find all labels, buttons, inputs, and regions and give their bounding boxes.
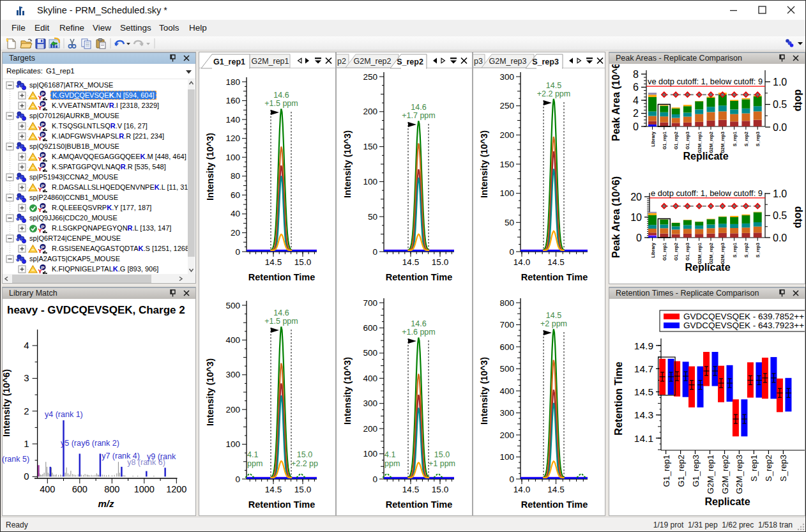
svg-text:Intensity (10^3): Intensity (10^3) xyxy=(342,357,353,425)
svg-text:G2M_rep1: G2M_rep1 xyxy=(706,455,715,494)
svg-text:250: 250 xyxy=(499,101,514,110)
svg-text:15.0: 15.0 xyxy=(434,450,450,459)
svg-text:G2M_rep3: G2M_rep3 xyxy=(720,243,726,264)
svg-text:S_rep2: S_rep2 xyxy=(397,57,423,66)
svg-text:Y: Y xyxy=(38,186,42,193)
svg-text:60: 60 xyxy=(231,190,240,200)
svg-text:1: 1 xyxy=(24,438,29,449)
svg-text:Retention Time: Retention Time xyxy=(386,499,452,510)
svg-text:0: 0 xyxy=(235,247,240,257)
svg-text:Y: Y xyxy=(38,206,42,213)
svg-text:3: 3 xyxy=(24,372,29,383)
svg-text:G2M_rep3: G2M_rep3 xyxy=(720,132,726,153)
svg-text:200: 200 xyxy=(499,430,514,440)
svg-text:50: 50 xyxy=(368,212,377,222)
svg-text:ve dotp cutoff: 1, below cutof: ve dotp cutoff: 1, below cutoff: 9 xyxy=(648,77,763,86)
svg-text:300: 300 xyxy=(499,408,514,418)
svg-text:Peak Area (10^6): Peak Area (10^6) xyxy=(611,176,621,258)
svg-text:0.5: 0.5 xyxy=(773,99,787,110)
svg-text:100: 100 xyxy=(363,449,377,459)
svg-text:S_rep3: S_rep3 xyxy=(779,455,788,482)
svg-text:G1_rep2: G1_rep2 xyxy=(674,243,679,261)
svg-text:400: 400 xyxy=(363,374,377,383)
svg-text:400: 400 xyxy=(225,335,240,345)
svg-text:400: 400 xyxy=(499,386,514,396)
svg-text:100: 100 xyxy=(499,452,514,462)
svg-text:+1.7 ppm: +1.7 ppm xyxy=(402,111,435,120)
svg-text:14.0: 14.0 xyxy=(513,257,530,267)
svg-text:40: 40 xyxy=(231,209,240,218)
svg-text:G1_rep1: G1_rep1 xyxy=(213,57,245,66)
svg-text:G2M_rep2: G2M_rep2 xyxy=(720,455,730,494)
svg-text:G1_rep3: G1_rep3 xyxy=(691,455,701,487)
svg-text:200: 200 xyxy=(225,405,240,414)
svg-text:Intensity (10^3): Intensity (10^3) xyxy=(342,130,353,198)
svg-text:Retention Time: Retention Time xyxy=(613,361,624,435)
svg-text:140: 140 xyxy=(225,115,240,125)
svg-text:Y: Y xyxy=(38,155,42,162)
svg-text:y9 (rank: y9 (rank xyxy=(147,452,176,461)
svg-text:p3: p3 xyxy=(474,57,483,66)
svg-text:14.6: 14.6 xyxy=(273,91,289,100)
svg-text:15.0: 15.0 xyxy=(294,257,311,267)
svg-text:160: 160 xyxy=(225,96,240,105)
svg-text:400: 400 xyxy=(40,484,55,494)
svg-text:S_rep2: S_rep2 xyxy=(764,455,773,482)
svg-text:G1_rep3: G1_rep3 xyxy=(685,132,690,149)
svg-text:Intensity (10^3): Intensity (10^3) xyxy=(205,133,215,201)
svg-text:0.0: 0.0 xyxy=(773,232,787,243)
svg-text:m/z: m/z xyxy=(98,498,114,509)
svg-text:S_rep2: S_rep2 xyxy=(744,132,749,146)
svg-text:14.0: 14.0 xyxy=(513,485,530,494)
svg-text:G1_rep1: G1_rep1 xyxy=(662,243,667,261)
svg-text:+2.2 ppm: +2.2 ppm xyxy=(537,89,570,98)
svg-text:150: 150 xyxy=(499,160,514,169)
svg-text:50: 50 xyxy=(505,218,514,227)
svg-text:700: 700 xyxy=(363,298,377,308)
svg-text:G2M_rep3: G2M_rep3 xyxy=(489,57,526,66)
svg-text:6: 6 xyxy=(633,82,639,93)
svg-text:14.6: 14.6 xyxy=(273,308,289,317)
svg-text:Y: Y xyxy=(38,125,42,132)
svg-text:y4 (rank 1): y4 (rank 1) xyxy=(45,410,83,419)
svg-text:20: 20 xyxy=(630,192,642,202)
svg-text:Y: Y xyxy=(38,135,42,142)
svg-text:ppm: ppm xyxy=(247,459,262,468)
svg-text:GVDCQEVSQEK - 639.7852++: GVDCQEVSQEK - 639.7852++ xyxy=(683,312,804,321)
svg-text:Intensity (10^3): Intensity (10^3) xyxy=(205,358,215,426)
svg-text:14.3: 14.3 xyxy=(634,409,653,420)
svg-text:Retention Time: Retention Time xyxy=(248,272,315,282)
svg-text:1.0: 1.0 xyxy=(773,188,787,199)
svg-text:0: 0 xyxy=(24,471,29,482)
svg-text:14.5: 14.5 xyxy=(546,81,561,90)
svg-text:1.0: 1.0 xyxy=(773,77,787,87)
svg-text:Y: Y xyxy=(38,247,42,254)
svg-text:G1_rep1: G1_rep1 xyxy=(662,132,667,149)
svg-text:G2M_rep3: G2M_rep3 xyxy=(734,455,744,494)
svg-text:8: 8 xyxy=(633,69,639,80)
svg-text:dotp: dotp xyxy=(793,89,804,112)
svg-text:200: 200 xyxy=(363,107,377,116)
svg-text:0: 0 xyxy=(633,121,639,132)
svg-text:Replicate: Replicate xyxy=(683,151,728,162)
svg-text:Retention Time: Retention Time xyxy=(521,499,588,510)
svg-text:800: 800 xyxy=(104,484,119,494)
svg-text:G2M_rep2: G2M_rep2 xyxy=(353,57,391,66)
svg-text:Retention Time: Retention Time xyxy=(521,272,588,282)
svg-text:y6 (rank 2): y6 (rank 2) xyxy=(81,439,119,448)
svg-text:100: 100 xyxy=(225,439,240,449)
svg-text:S_rep3: S_rep3 xyxy=(756,243,761,257)
svg-text:300: 300 xyxy=(225,370,240,379)
svg-text:G2M_rep1: G2M_rep1 xyxy=(697,243,703,264)
svg-text:dotp: dotp xyxy=(793,206,804,229)
svg-text:Replicate: Replicate xyxy=(704,496,750,507)
svg-text:ppm: ppm xyxy=(384,459,400,468)
svg-text:15.0: 15.0 xyxy=(297,450,312,459)
svg-text:2: 2 xyxy=(633,108,639,119)
svg-text:0: 0 xyxy=(509,247,514,257)
svg-text:600: 600 xyxy=(363,323,377,333)
svg-text:120: 120 xyxy=(225,133,240,143)
svg-text:e dotp cutoff: 1, below cutoff: e dotp cutoff: 1, below cutoff: 9 xyxy=(651,188,763,198)
svg-text:800: 800 xyxy=(499,298,514,308)
svg-text:y5 (ra: y5 (ra xyxy=(61,439,81,448)
